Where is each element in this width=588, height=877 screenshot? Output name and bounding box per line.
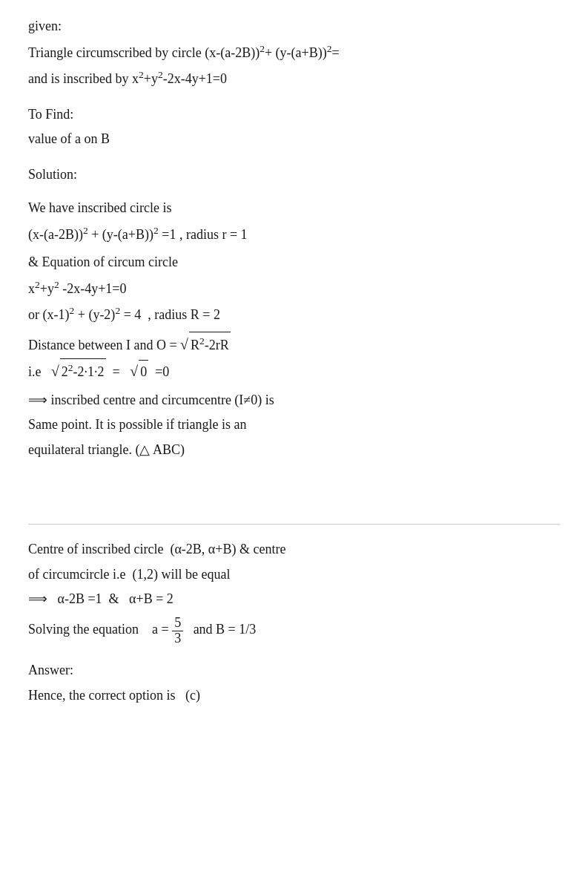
distance-io: Distance between I and O = √ R2-2rR [28,332,560,358]
answer-label: Answer: [28,659,560,683]
value-of-a-or-b: value of a on B [28,128,560,151]
circum-circle-section: & Equation of circum circle x2+y2 -2x-4y… [28,251,560,327]
centre-coincide-section: ⟹ inscribed centre and circumcentre (I≠0… [28,389,560,462]
solution-label: Solution: [28,163,560,187]
implies-centres: ⟹ inscribed centre and circumcentre (I≠0… [28,389,560,413]
triangle-circumscribed: Triangle circumscribed by circle (x-(a-2… [28,40,560,65]
distance-section: Distance between I and O = √ R2-2rR i.e … [28,332,560,384]
to-find-section: To Find: value of a on B [28,103,560,151]
centre-section: Centre of inscribed circle (α-2B, α+B) &… [28,538,560,611]
solving-line: Solving the equation a = 5 3 and B = 1/3 [28,616,560,646]
inscribed-circle-eq: (x-(a-2B))2 + (y-(a+B))2 =1 , radius r =… [28,222,560,247]
given-section: given: Triangle circumscribed by circle … [28,15,560,91]
answer-section: Answer: Hence, the correct option is (c) [28,659,560,707]
equilateral-line: equilateral triangle. (△ ABC) [28,438,560,462]
circum-circle-eq: x2+y2 -2x-4y+1=0 [28,276,560,301]
fraction-5-3: 5 3 [172,616,183,646]
sqrt-formula: √ R2-2rR [180,332,231,358]
or-expanded-eq: or (x-1)2 + (y-2)2 = 4 , radius R = 2 [28,302,560,327]
sqrt-calc: √ 22-2·1·2 [51,358,106,384]
hence-line: Hence, the correct option is (c) [28,684,560,708]
and-inscribed-line: and is inscribed by x2+y2-2x-4y+1=0 [28,66,560,91]
sqrt-zero: √ 0 [130,358,148,384]
centre-inscribed-label: Centre of inscribed circle (α-2B, α+B) &… [28,538,560,562]
same-point-line: Same point. It is possible if triangle i… [28,413,560,437]
given-label: given: [28,15,560,39]
section-divider [28,524,560,525]
solution-section: Solution: [28,163,560,187]
equation-circum-label: & Equation of circum circle [28,251,560,275]
alpha-beta-equations: ⟹ α-2B =1 & α+B = 2 [28,588,560,611]
ie-calculation: i.e √ 22-2·1·2 = √ 0 =0 [28,358,560,384]
to-find-label: To Find: [28,103,560,127]
of-circumcircle-label: of circumcircle i.e (1,2) will be equal [28,563,560,587]
we-have-inscribed: We have inscribed circle is [28,197,560,220]
solution-page: given: Triangle circumscribed by circle … [22,15,566,707]
inscribed-circle-section: We have inscribed circle is (x-(a-2B))2 … [28,197,560,246]
solving-section: Solving the equation a = 5 3 and B = 1/3 [28,616,560,646]
